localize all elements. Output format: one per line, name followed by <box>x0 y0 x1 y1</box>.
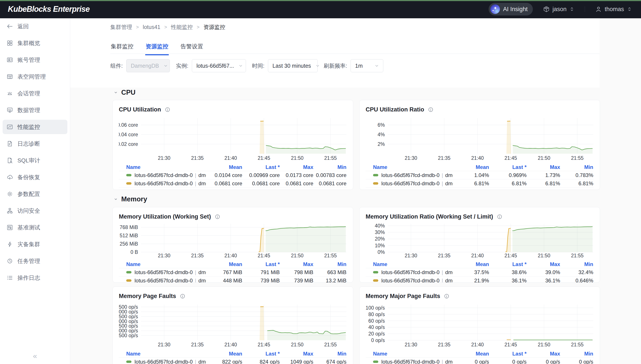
svg-text:40%: 40% <box>375 223 385 228</box>
chart-title: Memory Page Faults <box>119 293 176 300</box>
sidebar-item-performance-chart[interactable]: 性能监控 <box>3 120 67 134</box>
sidebar-item-gear[interactable]: 参数配置 <box>3 187 67 201</box>
section-header-cpu[interactable]: CPU <box>113 89 600 96</box>
col-last[interactable]: Last * <box>490 351 527 357</box>
col-min[interactable]: Min <box>314 261 347 267</box>
org-switcher[interactable]: jason <box>543 6 575 13</box>
col-mean[interactable]: Mean <box>206 351 243 357</box>
info-icon[interactable] <box>428 107 434 112</box>
info-icon[interactable] <box>444 293 450 299</box>
col-min[interactable]: Min <box>561 164 594 170</box>
breadcrumb-item[interactable]: lotus41 <box>143 24 160 30</box>
col-last[interactable]: Last * <box>490 164 527 170</box>
col-name[interactable]: Name <box>119 261 206 267</box>
cell-last: 0.00969 core <box>243 172 280 178</box>
sidebar-item-cloud-backup[interactable]: 备份恢复 <box>3 170 67 184</box>
col-last[interactable]: Last * <box>243 351 280 357</box>
table-row[interactable]: lotus-66d5f67fcd-dmdb-0|dmdb0.0104 core0… <box>119 171 347 180</box>
chart-canvas[interactable]: 21:3021:3521:4021:4521:5021:5540%30%20%1… <box>366 222 594 259</box>
breadcrumb-item[interactable]: 性能监控 <box>171 24 193 31</box>
col-max[interactable]: Max <box>527 351 561 357</box>
col-name[interactable]: Name <box>119 351 206 357</box>
col-min[interactable]: Min <box>561 351 594 357</box>
col-name[interactable]: Name <box>119 164 206 170</box>
col-min[interactable]: Min <box>561 261 594 267</box>
info-icon[interactable] <box>165 107 170 112</box>
chart-canvas[interactable]: 21:3021:3521:4021:4521:5021:550.06 core0… <box>119 116 347 162</box>
tab-item[interactable]: 告警设置 <box>180 41 204 55</box>
sidebar-item-grid[interactable]: 集群概览 <box>3 36 67 50</box>
table-row[interactable]: lotus-66d5f67fcd-dmdb-0|dmdb6.81%6.81%6.… <box>366 180 594 188</box>
sidebar-collapse-button[interactable]: « <box>0 352 70 360</box>
svg-text:30%: 30% <box>375 230 385 235</box>
filter-select[interactable]: Last 30 minutes <box>268 59 318 72</box>
benchmark-icon <box>7 224 13 231</box>
col-max[interactable]: Max <box>280 351 314 357</box>
col-mean[interactable]: Mean <box>453 351 490 357</box>
table-row[interactable]: lotus-66d5f67fcd-dmdb-0|dmdb21.9%36.1%36… <box>366 276 594 282</box>
info-icon[interactable] <box>215 214 221 220</box>
sidebar-item-sql-monitor[interactable]: SQL数据管理 <box>3 103 67 117</box>
col-max[interactable]: Max <box>527 164 561 170</box>
col-min[interactable]: Min <box>314 351 347 357</box>
chart-canvas[interactable]: 21:3021:3521:4021:4521:5021:55100 op/s80… <box>366 302 594 348</box>
topbar-right: ✦✦ AI Insight jason thomas <box>489 3 632 16</box>
sidebar-item-id-card[interactable]: 账号管理 <box>3 53 67 67</box>
card-title-row: CPU Utilization <box>119 106 347 113</box>
sidebar-back-button[interactable]: 返回 <box>3 19 67 34</box>
sidebar-item-log-document[interactable]: 日志诊断 <box>3 136 67 151</box>
table-row[interactable]: lotus-66d5f67fcd-dmdb-0|dmdb767 MiB791 M… <box>119 268 347 276</box>
col-last[interactable]: Last * <box>243 261 280 267</box>
ai-insight-button[interactable]: ✦✦ AI Insight <box>489 3 533 16</box>
user-menu[interactable]: thomas <box>595 6 632 13</box>
sidebar-item-table[interactable]: 表空间管理 <box>3 70 67 84</box>
table-row[interactable]: lotus-66d5f67fcd-dmdb-0|dmdb448 MiB739 M… <box>119 276 347 282</box>
svg-text:40 op/s: 40 op/s <box>368 324 385 330</box>
sidebar-item-label: 账号管理 <box>18 56 40 64</box>
tab-item[interactable]: 集群监控 <box>110 41 134 55</box>
table-row[interactable]: lotus-66d5f67fcd-dmdb-0|dmdb0 op/s0 op/s… <box>366 358 594 364</box>
top-accent-strip <box>0 0 641 1</box>
sidebar-item-alarm[interactable]: 会话管理 <box>3 86 67 100</box>
col-max[interactable]: Max <box>280 261 314 267</box>
chart-area: 21:3021:3521:4021:4521:5021:55768 MiB512… <box>119 222 347 260</box>
table-row[interactable]: lotus-66d5f67fcd-dmdb-0|dmdb1.04%0.969%1… <box>366 171 594 180</box>
tab-active[interactable]: 资源监控 <box>145 41 169 55</box>
sidebar-item-sitemap[interactable]: 访问安全 <box>3 204 67 218</box>
col-mean[interactable]: Mean <box>206 164 243 170</box>
info-icon[interactable] <box>497 214 503 220</box>
chart-canvas[interactable]: 21:3021:3521:4021:4521:5021:556%4%2% <box>366 116 594 162</box>
chart-canvas[interactable]: 21:3021:3521:4021:4521:5021:553500 op/s3… <box>119 302 347 348</box>
sidebar-item-lightning[interactable]: 灾备集群 <box>3 237 67 252</box>
col-last[interactable]: Last * <box>490 261 527 267</box>
col-max[interactable]: Max <box>527 261 561 267</box>
col-name[interactable]: Name <box>366 351 453 357</box>
arrow-left-icon <box>7 23 13 30</box>
filter-select[interactable]: 1m <box>351 59 383 72</box>
info-icon[interactable] <box>180 293 185 299</box>
chart-canvas[interactable]: 21:3021:3521:4021:4521:5021:55768 MiB512… <box>119 222 347 259</box>
section-header-memory[interactable]: Memory <box>113 196 600 203</box>
col-mean[interactable]: Mean <box>206 261 243 267</box>
sidebar-item-audit-document[interactable]: SQL审计 <box>3 153 67 168</box>
col-last[interactable]: Last * <box>243 164 280 170</box>
filter-select[interactable]: lotus-66d5f67... <box>192 59 246 72</box>
table-row[interactable]: lotus-66d5f67fcd-dmdb-0|dmdb0.0681 core0… <box>119 180 347 188</box>
sidebar-item-label: 访问安全 <box>18 207 40 215</box>
col-max[interactable]: Max <box>280 164 314 170</box>
col-min[interactable]: Min <box>314 164 347 170</box>
table-row[interactable]: lotus-66d5f67fcd-dmdb-0|dmdb37.5%38.6%39… <box>366 268 594 276</box>
sidebar-item-list[interactable]: 操作日志 <box>3 270 67 285</box>
svg-text:21:30: 21:30 <box>158 342 170 348</box>
sidebar-item-benchmark[interactable]: 基准测试 <box>3 220 67 235</box>
col-mean[interactable]: Mean <box>453 261 490 267</box>
col-name[interactable]: Name <box>366 164 453 170</box>
col-name[interactable]: Name <box>366 261 453 267</box>
col-mean[interactable]: Mean <box>453 164 490 170</box>
series-name-cell: lotus-66d5f67fcd-dmdb-0|dmdb <box>119 180 206 186</box>
sidebar-item-clock[interactable]: 任务管理 <box>3 254 67 268</box>
table-row[interactable]: lotus-66d5f67fcd-dmdb-0|dmdb822 op/s824 … <box>119 358 347 364</box>
breadcrumb-item[interactable]: 集群管理 <box>110 24 132 31</box>
log-document-icon <box>7 140 13 147</box>
series-name-cell: lotus-66d5f67fcd-dmdb-0|dmdb <box>119 172 206 178</box>
